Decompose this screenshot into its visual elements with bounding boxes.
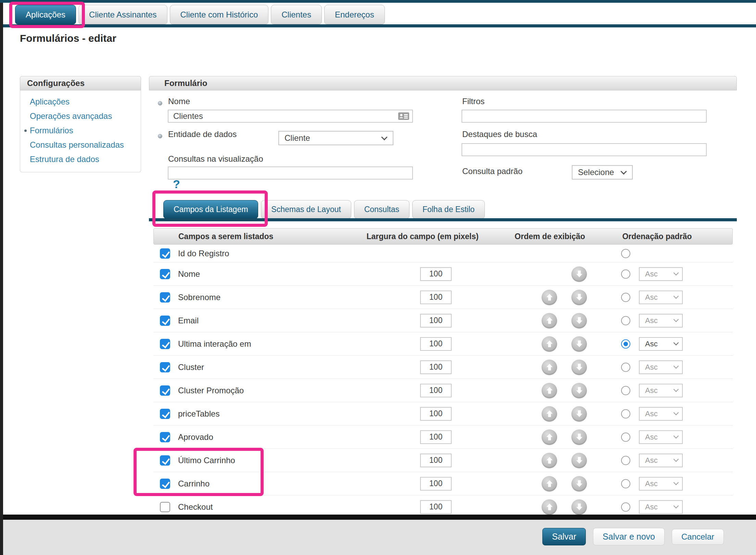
tab-folha-de-estilo[interactable]: Folha de Estilo [412,200,485,219]
move-down-button[interactable] [571,406,587,421]
width-input[interactable] [420,500,452,514]
move-down-button[interactable] [571,453,587,468]
field-checkbox[interactable] [160,248,170,259]
move-up-button[interactable] [542,476,557,491]
sort-direction-select[interactable]: Asc [639,337,683,351]
field-checkbox[interactable] [160,432,170,442]
field-checkbox[interactable] [160,269,170,279]
move-up-button[interactable] [542,383,557,398]
top-accent-bar [0,0,756,3]
nome-input[interactable] [168,110,413,123]
default-sort-radio[interactable] [621,316,630,325]
default-sort-radio[interactable] [621,502,630,511]
move-down-button[interactable] [571,476,587,491]
move-up-button[interactable] [542,313,557,328]
default-sort-radio[interactable] [621,362,630,372]
tab-cliente-assinantes[interactable]: Cliente Assinantes [78,5,167,24]
field-checkbox[interactable] [160,339,170,349]
consulta-padrao-select[interactable]: Selecione [572,165,633,180]
sidebar-item-formularios[interactable]: Formulários [20,123,141,138]
width-input[interactable] [420,337,452,351]
save-and-new-button[interactable]: Salvar e novo [593,528,665,545]
sidebar-item-estrutura-de-dados[interactable]: Estrutura de dados [20,152,141,166]
field-checkbox[interactable] [160,385,170,396]
sort-direction-select[interactable]: Asc [639,430,683,444]
move-down-button[interactable] [571,289,587,305]
consultas-visualizacao-input[interactable] [168,166,413,180]
width-input[interactable] [420,407,452,421]
default-sort-radio[interactable] [621,409,630,418]
field-checkbox[interactable] [160,362,170,372]
width-input[interactable] [420,267,452,281]
help-link[interactable]: ? [173,177,180,191]
move-up-button[interactable] [542,453,557,468]
tab-enderecos[interactable]: Endereços [324,5,385,24]
sort-direction-select[interactable]: Asc [639,314,683,328]
width-input[interactable] [420,477,452,491]
tab-schemas-de-layout[interactable]: Schemas de Layout [261,200,351,219]
field-checkbox[interactable] [160,502,170,512]
move-down-button[interactable] [571,499,587,515]
width-input[interactable] [420,314,452,328]
move-down-button[interactable] [571,336,587,352]
tab-aplicacoes[interactable]: Aplicações [15,5,76,24]
save-button[interactable]: Salvar [542,528,586,545]
default-sort-radio[interactable] [621,456,630,465]
filtros-input[interactable] [462,110,707,123]
move-up-button[interactable] [542,289,557,305]
tab-campos-da-listagem[interactable]: Campos da Listagem [163,200,258,219]
sort-direction-select[interactable]: Asc [639,384,683,397]
move-down-button[interactable] [571,266,587,282]
default-sort-radio[interactable] [621,249,630,258]
field-checkbox[interactable] [160,316,170,326]
field-checkbox[interactable] [160,409,170,419]
entidade-select[interactable]: Cliente [278,131,393,145]
sort-direction-select[interactable]: Asc [639,267,683,281]
sort-direction-select[interactable]: Asc [639,454,683,467]
default-sort-radio[interactable] [621,386,630,395]
width-input[interactable] [420,384,452,397]
consulta-padrao-label: Consulta padrão [462,166,522,176]
width-input[interactable] [420,291,452,304]
sort-direction-select[interactable]: Asc [639,477,683,491]
cancel-button[interactable]: Cancelar [672,529,724,545]
default-sort-radio[interactable] [621,269,630,279]
move-up-button[interactable] [542,359,557,375]
tab-clientes[interactable]: Clientes [271,5,322,24]
field-checkbox[interactable] [160,479,170,489]
contact-card-icon[interactable] [397,111,410,121]
table-row: Cluster PromoçãoAsc [153,379,733,402]
sidebar-menu: Aplicações Operações avançadas Formulári… [20,90,141,172]
move-down-button[interactable] [571,429,587,445]
default-sort-radio[interactable] [621,432,630,442]
col-campos-header: Campos a serem listados [178,232,273,241]
default-sort-radio[interactable] [621,479,630,488]
default-sort-radio[interactable] [621,339,630,348]
sort-direction-select[interactable]: Asc [639,500,683,514]
move-down-button[interactable] [571,313,587,328]
sidebar-item-operacoes-avancadas[interactable]: Operações avançadas [20,109,141,123]
sort-direction-value: Asc [645,363,658,372]
move-up-button[interactable] [542,406,557,421]
sidebar-item-aplicacoes[interactable]: Aplicações [20,95,141,109]
width-input[interactable] [420,454,452,467]
default-sort-radio[interactable] [621,293,630,302]
sort-direction-select[interactable]: Asc [639,291,683,304]
field-checkbox[interactable] [160,292,170,303]
field-checkbox[interactable] [160,455,170,466]
tab-cliente-com-historico[interactable]: Cliente com Histórico [170,5,269,24]
chevron-down-icon [673,387,679,392]
sidebar-item-consultas-personalizadas[interactable]: Consultas personalizadas [20,138,141,152]
tab-consultas[interactable]: Consultas [354,200,410,219]
sort-direction-value: Asc [645,479,658,488]
sort-direction-select[interactable]: Asc [639,407,683,421]
move-down-button[interactable] [571,383,587,398]
destaques-input[interactable] [462,143,707,156]
move-down-button[interactable] [571,359,587,375]
sort-direction-select[interactable]: Asc [639,360,683,374]
width-input[interactable] [420,360,452,374]
width-input[interactable] [420,430,452,444]
move-up-button[interactable] [542,429,557,445]
move-up-button[interactable] [542,336,557,352]
move-up-button[interactable] [542,499,557,515]
